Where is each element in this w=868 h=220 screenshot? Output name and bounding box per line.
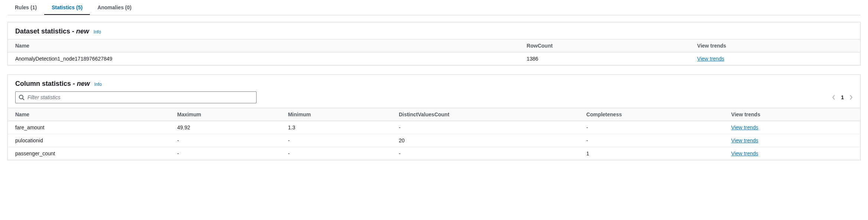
tab-statistics[interactable]: Statistics (5) [44, 0, 90, 15]
dataset-col-name: Name [8, 39, 519, 52]
filter-input-wrap[interactable] [15, 91, 257, 103]
column-info-link[interactable]: Info [94, 82, 102, 87]
cell-max: 49.92 [170, 121, 280, 134]
table-row: fare_amount 49.92 1.3 - - View trends [8, 121, 860, 134]
view-trends-link[interactable]: View trends [697, 56, 724, 62]
column-title-new: new [77, 80, 90, 87]
column-title-prefix: Column statistics - [15, 80, 77, 87]
cell-distinct: - [391, 147, 579, 160]
dataset-title-prefix: Dataset statistics - [15, 28, 76, 35]
dataset-row-name: AnomalyDetection1_node1718976627849 [8, 52, 519, 65]
cell-name: pulocationid [8, 134, 170, 147]
dataset-panel-header: Dataset statistics - new Info [8, 28, 860, 39]
column-statistics-panel: Column statistics - new Info 1 Name Ma [7, 74, 861, 160]
column-col-name: Name [8, 108, 170, 121]
dataset-statistics-panel: Dataset statistics - new Info Name RowCo… [7, 22, 861, 65]
cell-min: - [281, 134, 391, 147]
cell-distinct: 20 [391, 134, 579, 147]
column-col-min: Minimum [281, 108, 391, 121]
filter-statistics-input[interactable] [27, 94, 253, 100]
dataset-statistics-table: Name RowCount View trends AnomalyDetecti… [8, 39, 860, 65]
pagination: 1 [832, 94, 853, 100]
view-trends-link[interactable]: View trends [731, 138, 758, 143]
dataset-info-link[interactable]: Info [94, 29, 101, 35]
table-row: passenger_count - - - 1 View trends [8, 147, 860, 160]
cell-min: 1.3 [281, 121, 391, 134]
filter-row: 1 [8, 91, 860, 108]
column-col-distinct: DistinctValuesCount [391, 108, 579, 121]
cell-distinct: - [391, 121, 579, 134]
cell-max: - [170, 134, 280, 147]
dataset-col-trends: View trends [690, 39, 860, 52]
column-col-max: Maximum [170, 108, 280, 121]
search-icon [19, 94, 25, 100]
svg-line-1 [23, 98, 24, 100]
cell-name: passenger_count [8, 147, 170, 160]
cell-complete: - [579, 121, 724, 134]
tab-anomalies[interactable]: Anomalies (0) [90, 0, 139, 15]
view-trends-link[interactable]: View trends [731, 124, 758, 130]
column-panel-header: Column statistics - new Info [8, 80, 860, 91]
page-next[interactable] [849, 94, 853, 100]
dataset-row-rowcount: 1386 [519, 52, 690, 65]
chevron-right-icon [849, 94, 853, 100]
view-trends-link[interactable]: View trends [731, 151, 758, 156]
svg-point-0 [19, 95, 23, 99]
table-row: pulocationid - - 20 - View trends [8, 134, 860, 147]
table-row: AnomalyDetection1_node1718976627849 1386… [8, 52, 860, 65]
cell-min: - [281, 147, 391, 160]
tabs: Rules (1) Statistics (5) Anomalies (0) [7, 0, 861, 15]
cell-complete: 1 [579, 147, 724, 160]
cell-max: - [170, 147, 280, 160]
cell-complete: - [579, 134, 724, 147]
column-col-trends: View trends [724, 108, 860, 121]
dataset-col-rowcount: RowCount [519, 39, 690, 52]
page-number: 1 [841, 94, 844, 100]
column-statistics-table: Name Maximum Minimum DistinctValuesCount… [8, 108, 860, 160]
cell-name: fare_amount [8, 121, 170, 134]
page-prev[interactable] [832, 94, 836, 100]
tab-rules[interactable]: Rules (1) [7, 0, 44, 15]
chevron-left-icon [832, 94, 836, 100]
column-col-complete: Completeness [579, 108, 724, 121]
dataset-title-new: new [76, 28, 89, 35]
